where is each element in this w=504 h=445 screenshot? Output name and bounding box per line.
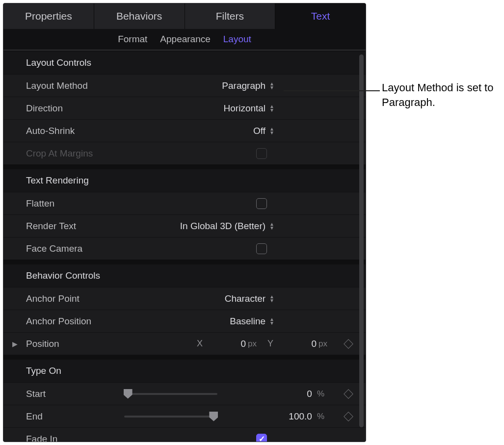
- value-layout-method: Paragraph: [222, 80, 265, 91]
- unit-pct-start: %: [317, 389, 324, 399]
- popup-anchor-position[interactable]: Baseline: [230, 316, 274, 327]
- section-text-rendering: Text Rendering: [3, 169, 366, 192]
- row-start: Start 0 %: [3, 382, 366, 405]
- label-position: Position: [26, 339, 124, 349]
- updown-icon: [269, 295, 274, 302]
- label-anchor-point: Anchor Point: [26, 293, 124, 304]
- value-render-text: In Global 3D (Better): [180, 221, 265, 232]
- row-flatten: Flatten: [3, 192, 366, 214]
- row-crop-at-margins: Crop At Margins: [3, 142, 366, 164]
- label-face-camera: Face Camera: [26, 243, 124, 254]
- row-anchor-point: Anchor Point Character: [3, 287, 366, 310]
- updown-icon: [269, 128, 274, 134]
- keyframe-end-icon[interactable]: [344, 412, 353, 421]
- popup-direction[interactable]: Horizontal: [224, 103, 274, 114]
- tab-properties[interactable]: Properties: [3, 3, 94, 29]
- value-auto-shrink: Off: [253, 126, 265, 136]
- text-subtabs: Format Appearance Layout: [3, 29, 366, 51]
- label-y: Y: [267, 339, 273, 349]
- unit-px-x: px: [248, 339, 257, 349]
- row-auto-shrink: Auto-Shrink Off: [3, 119, 366, 142]
- value-position-y[interactable]: 0: [300, 339, 317, 349]
- label-auto-shrink: Auto-Shrink: [26, 126, 124, 136]
- label-anchor-position: Anchor Position: [26, 316, 124, 327]
- section-type-on: Type On: [3, 360, 366, 382]
- tab-text[interactable]: Text: [275, 3, 366, 29]
- row-fade-in: Fade In: [3, 427, 366, 442]
- tab-filters[interactable]: Filters: [185, 3, 276, 29]
- label-x: X: [197, 339, 203, 349]
- updown-icon: [269, 105, 274, 112]
- inspector-body: Layout Controls Layout Method Paragraph …: [3, 52, 366, 442]
- unit-px-y: px: [318, 339, 327, 349]
- popup-anchor-point[interactable]: Character: [225, 293, 274, 304]
- updown-icon: [269, 318, 274, 325]
- label-layout-method: Layout Method: [26, 80, 124, 91]
- checkbox-crop-at-margins: [256, 148, 267, 159]
- row-direction: Direction Horizontal: [3, 97, 366, 119]
- label-start: Start: [26, 389, 124, 399]
- checkbox-face-camera[interactable]: [256, 243, 267, 254]
- label-crop-at-margins: Crop At Margins: [26, 148, 124, 159]
- row-end: End 100.0 %: [3, 405, 366, 427]
- subtab-format[interactable]: Format: [118, 34, 147, 45]
- row-position: ▶ Position X 0 px Y 0 px: [3, 332, 366, 355]
- tab-behaviors[interactable]: Behaviors: [94, 3, 185, 29]
- subtab-appearance[interactable]: Appearance: [160, 34, 210, 45]
- value-direction: Horizontal: [224, 103, 266, 114]
- inspector-panel: Properties Behaviors Filters Text Format…: [3, 3, 366, 442]
- subtab-layout[interactable]: Layout: [223, 34, 251, 45]
- keyframe-start-icon[interactable]: [344, 389, 353, 399]
- callout-text: Layout Method is set to Paragraph.: [382, 80, 500, 109]
- updown-icon: [269, 223, 274, 230]
- popup-auto-shrink[interactable]: Off: [253, 126, 274, 136]
- section-behavior-controls: Behavior Controls: [3, 264, 366, 287]
- label-direction: Direction: [26, 103, 124, 114]
- value-anchor-point: Character: [225, 293, 265, 304]
- slider-end[interactable]: [124, 412, 217, 421]
- value-position-x[interactable]: 0: [229, 339, 246, 349]
- keyframe-position-icon[interactable]: [344, 339, 353, 349]
- checkbox-fade-in[interactable]: [256, 434, 267, 442]
- row-layout-method: Layout Method Paragraph: [3, 74, 366, 97]
- value-start[interactable]: 0: [295, 389, 312, 399]
- unit-pct-end: %: [317, 412, 324, 421]
- popup-render-text[interactable]: In Global 3D (Better): [180, 221, 274, 232]
- callout-leader-line: [284, 90, 380, 91]
- label-flatten: Flatten: [26, 198, 124, 209]
- section-layout-controls: Layout Controls: [3, 52, 366, 74]
- popup-layout-method[interactable]: Paragraph: [222, 80, 274, 91]
- slider-start[interactable]: [124, 389, 217, 399]
- scrollbar[interactable]: [359, 54, 364, 427]
- label-end: End: [26, 411, 124, 422]
- row-face-camera: Face Camera: [3, 237, 366, 260]
- updown-icon: [269, 82, 274, 89]
- value-anchor-position: Baseline: [230, 316, 265, 327]
- inspector-tabs: Properties Behaviors Filters Text: [3, 3, 366, 29]
- disclosure-position-icon[interactable]: ▶: [12, 340, 18, 348]
- checkbox-flatten[interactable]: [256, 198, 267, 209]
- row-render-text: Render Text In Global 3D (Better): [3, 214, 366, 237]
- row-anchor-position: Anchor Position Baseline: [3, 310, 366, 332]
- label-render-text: Render Text: [26, 221, 124, 232]
- value-end[interactable]: 100.0: [289, 411, 312, 422]
- label-fade-in: Fade In: [26, 434, 124, 442]
